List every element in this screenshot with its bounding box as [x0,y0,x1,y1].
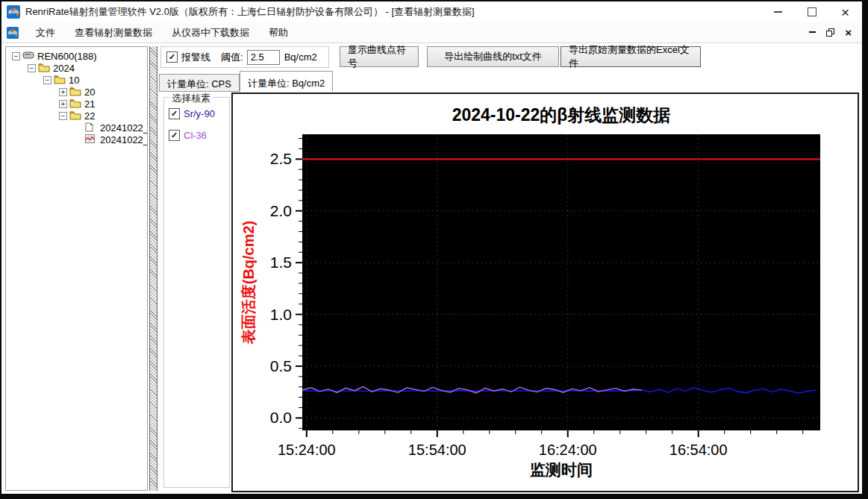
plot-area [302,134,820,430]
tree-item-10[interactable]: −10 [6,74,147,86]
tree-toggle-collapse-icon[interactable]: − [28,64,36,72]
threshold-label: 阈值: [221,51,243,64]
tree-item-label: 10 [69,75,79,86]
window-frame: RnRi RenriRate辐射剂量管理软件 V2.0版（版权所有：上海仁日辐射… [1,1,862,494]
tree-toggle-expand-icon[interactable]: + [59,88,67,96]
tree-item-label: 20 [84,87,95,98]
measurement-tree-panel[interactable]: −REN600(188)−2024−10+20+21−2220241022_α2… [5,46,148,491]
mdi-close-button[interactable]: × [845,26,852,39]
x-tick-label: 15:54:00 [408,442,466,458]
tree-item-label: 21 [84,98,95,110]
alarm-line-group: ✓ 报警线 阈值: Bq/cm2 [160,46,329,68]
svg-text:RnRi: RnRi [9,10,19,14]
close-button[interactable]: × [828,1,862,22]
folder-icon [38,63,50,73]
tree-toggle-collapse-icon[interactable]: − [43,76,51,84]
menu-item-download-from-device[interactable]: 从仪器中下载数据 [164,23,257,43]
y-tick-label: 2.5 [270,150,292,167]
nuclide-select-panel: 选择核素 ✓Sr/y-90✓Cl-36 [163,97,230,488]
threshold-unit-label: Bq/cm2 [284,51,317,63]
tree-item-20241022_β[interactable]: 20241022_β [6,134,147,145]
nuclide-row-Sr/y-90: ✓Sr/y-90 [169,108,229,119]
content-area: −REN600(188)−2024−10+20+21−2220241022_α2… [1,43,862,494]
tree-item-21[interactable]: +21 [6,98,147,110]
tree-toggle-collapse-icon[interactable]: − [59,112,67,120]
tree-item-22[interactable]: −22 [6,110,147,122]
device-icon [22,51,34,61]
nuclide-checkbox-Cl-36[interactable]: ✓ [169,130,180,141]
tree-item-label: 20241022_α [100,122,148,134]
tree-item-2024[interactable]: −2024 [6,62,147,74]
show-curve-points-button[interactable]: 显示曲线点符号 [340,46,419,67]
nuclide-label: Sr/y-90 [184,108,215,119]
menu-item-file[interactable]: 文件 [28,23,63,43]
tree-toggle-expand-icon[interactable]: + [59,100,67,108]
mdi-restore-icon [826,28,834,37]
panel-splitter[interactable] [149,46,157,491]
tree-item-label: 2024 [53,63,75,74]
title-bar: RnRi RenriRate辐射剂量管理软件 V2.0版（版权所有：上海仁日辐射… [1,1,862,23]
menu-item-view-measure-data[interactable]: 查看辐射测量数据 [67,23,160,43]
maximize-button[interactable] [795,1,828,22]
tree-item-label: 20241022_β [100,134,148,145]
nuclide-checkbox-Sr/y-90[interactable]: ✓ [169,108,180,119]
mdi-restore-button[interactable] [826,28,834,37]
maximize-icon [808,7,817,16]
minimize-icon [774,11,782,13]
y-tick-label: 1.0 [270,306,292,323]
tree-item-20[interactable]: +20 [6,86,147,98]
menu-item-help[interactable]: 帮助 [261,23,296,43]
tree-item-20241022_α[interactable]: 20241022_α [6,122,147,134]
app-window: RnRi RenriRate辐射剂量管理软件 V2.0版（版权所有：上海仁日辐射… [0,0,868,499]
nuclide-panel-title: 选择核素 [169,92,213,105]
folder-icon [54,75,66,85]
tree-item-label: REN600(188) [37,51,97,62]
mdi-minimize-button[interactable] [809,31,816,34]
y-tick-label: 0.0 [270,409,292,426]
x-tick-label: 15:24:00 [278,442,336,458]
mdi-window-controls: × [809,26,852,39]
tree-toggle-collapse-icon[interactable]: − [12,52,20,60]
mdi-minimize-icon [809,31,816,33]
folder-icon [69,110,81,121]
unit-tabstrip: 计量单位: CPS 计量单位: Bq/cm2 [159,71,333,92]
chart-title: 2024-10-22的β射线监测数据 [452,105,671,125]
x-axis-label: 监测时间 [530,461,593,478]
tree-item-REN600(188)[interactable]: −REN600(188) [6,50,147,62]
app-logo-icon: RnRi [7,5,20,19]
x-tick-label: 16:24:00 [539,442,597,458]
mdi-document-icon: RnRi [7,27,19,39]
svg-text:RnRi: RnRi [8,31,17,34]
chart-container: 0.00.51.01.52.02.515:24:0015:54:0016:24:… [231,92,859,492]
nuclide-label: Cl-36 [184,130,207,141]
folder-icon [69,87,81,97]
chart-icon [85,134,97,145]
alarm-line-checkbox[interactable]: ✓ [166,51,178,63]
doc-icon [85,122,97,133]
folder-icon [69,98,81,109]
threshold-input[interactable] [247,50,280,65]
minimize-button[interactable] [761,1,795,22]
tree-item-label: 22 [84,110,95,122]
y-tick-label: 1.5 [270,254,292,271]
window-controls: × [761,1,862,22]
export-curve-txt-button[interactable]: 导出绘制曲线的txt文件 [427,46,559,67]
x-tick-label: 16:54:00 [669,442,728,458]
y-tick-label: 2.0 [270,202,292,219]
menu-bar: RnRi 文件 查看辐射测量数据 从仪器中下载数据 帮助 × [1,22,862,43]
y-axis-label: 表面活度(Bq/cm2) [240,221,257,345]
window-title: RenriRate辐射剂量管理软件 V2.0版（版权所有：上海仁日辐射防护设备有… [25,5,475,19]
close-icon: × [841,5,849,19]
nuclide-row-Cl-36: ✓Cl-36 [169,130,229,141]
export-raw-excel-button[interactable]: 导出原始测量数据的Excel文件 [561,46,701,67]
beta-monitor-chart: 0.00.51.01.52.02.515:24:0015:54:0016:24:… [233,94,858,491]
y-tick-label: 0.5 [270,357,292,374]
tab-unit-bqcm2[interactable]: 计量单位: Bq/cm2 [240,71,333,92]
tab-unit-cps[interactable]: 计量单位: CPS [159,74,240,92]
alarm-line-label: 报警线 [181,51,210,64]
